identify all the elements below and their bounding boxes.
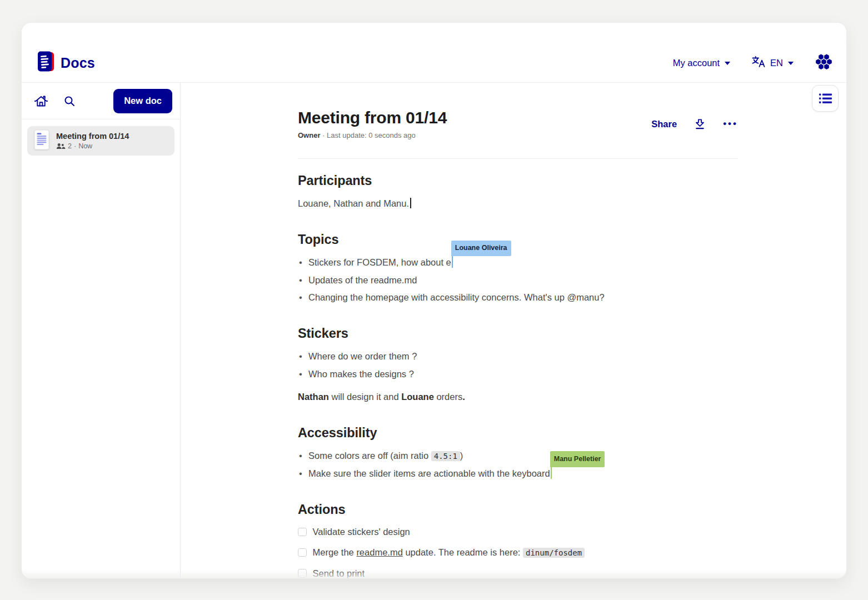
doc-last-update: Last update: 0 seconds ago — [327, 131, 416, 139]
todo-checkbox[interactable] — [298, 528, 307, 537]
list-item[interactable]: Changing the homepage with accessibility… — [308, 289, 738, 306]
language-selector[interactable]: EN — [751, 56, 794, 70]
search-button[interactable] — [63, 94, 76, 108]
doc-meta: Owner · Last update: 0 seconds ago — [298, 131, 447, 139]
doc-title[interactable]: Meeting from 01/14 — [298, 108, 447, 127]
language-label: EN — [770, 58, 783, 68]
sidebar: New doc — [22, 83, 181, 578]
account-menu[interactable]: My account — [673, 58, 730, 68]
document-icon — [34, 129, 49, 152]
chevron-down-icon — [788, 62, 794, 65]
todo-checkbox[interactable] — [298, 548, 307, 557]
sidebar-toolbar: New doc — [22, 83, 180, 119]
waffle-hexagon-icon — [815, 54, 833, 72]
collab-cursor-label: Manu Pelletier — [550, 451, 605, 467]
table-of-contents-button[interactable] — [812, 85, 839, 112]
account-menu-label: My account — [673, 58, 720, 68]
text-cursor — [410, 198, 411, 208]
topics-list: Stickers for FOSDEM, how about eLouane O… — [298, 254, 738, 306]
participants-text[interactable]: Louane, Nathan and Manu. — [298, 195, 738, 212]
list-item[interactable]: Some colors are off (aim ratio 4.5:1) — [308, 447, 738, 464]
section-heading-stickers[interactable]: Stickers — [298, 326, 738, 341]
download-button[interactable] — [694, 118, 706, 131]
chevron-down-icon — [725, 62, 730, 65]
main-panel: Meeting from 01/14 Owner · Last update: … — [181, 83, 846, 578]
translate-icon — [751, 56, 765, 70]
inline-code: dinum/fosdem — [523, 548, 585, 558]
stickers-note[interactable]: Nathan will design it and Louane orders. — [298, 388, 738, 406]
stickers-list: Where do we order them ? Who makes the d… — [298, 348, 738, 383]
doc-list-item-selected[interactable]: Meeting from 01/14 2 — [27, 126, 174, 156]
doc-header: Meeting from 01/14 Owner · Last update: … — [298, 108, 738, 139]
doc-actions: Share ••• — [651, 118, 738, 131]
section-heading-actions[interactable]: Actions — [298, 502, 738, 517]
more-options-button[interactable]: ••• — [723, 118, 738, 129]
docs-logo-icon — [36, 51, 55, 75]
document-editor[interactable]: Participants Louane, Nathan and Manu. To… — [298, 173, 738, 579]
collab-cursor-label: Louane Oliveira — [451, 241, 511, 257]
doc-item-updated: Now — [78, 142, 92, 150]
new-doc-button[interactable]: New doc — [113, 89, 172, 113]
section-heading-accessibility[interactable]: Accessibility — [298, 426, 738, 441]
app-header: Docs My account — [22, 23, 846, 83]
todo-item: Send to print — [298, 566, 738, 579]
list-item[interactable]: Make sure the slider items are actionabl… — [308, 465, 738, 482]
todo-label[interactable]: Send to print — [313, 566, 365, 579]
doc-divider — [298, 158, 738, 159]
todo-checkbox[interactable] — [298, 569, 307, 578]
doc-list: Meeting from 01/14 2 — [22, 119, 180, 162]
members-icon — [56, 143, 66, 149]
collab-cursor-manu: Manu Pelletier — [551, 467, 552, 479]
actions-todo-list: Validate stickers' design Merge the read… — [298, 524, 738, 579]
list-item[interactable]: Where do we order them ? — [308, 348, 738, 365]
doc-item-members-count: 2 — [68, 142, 72, 150]
section-heading-topics[interactable]: Topics — [298, 232, 738, 247]
home-button[interactable] — [34, 94, 48, 108]
doc-item-separator: · — [74, 142, 76, 150]
list-item[interactable]: Stickers for FOSDEM, how about eLouane O… — [308, 254, 738, 271]
todo-label[interactable]: Merge the readme.md update. The readme i… — [313, 545, 585, 559]
docs-logo[interactable]: Docs — [36, 51, 95, 75]
inline-code: 4.5:1 — [431, 451, 460, 461]
section-heading-participants[interactable]: Participants — [298, 173, 738, 188]
doc-role: Owner — [298, 131, 320, 139]
list-item[interactable]: Who makes the designs ? — [308, 366, 738, 383]
readme-link[interactable]: readme.md — [356, 547, 402, 557]
todo-item: Validate stickers' design — [298, 524, 738, 539]
collab-cursor-louane: Louane Oliveira — [452, 256, 453, 268]
doc-item-meta: 2 · Now — [56, 142, 129, 150]
accessibility-list: Some colors are off (aim ratio 4.5:1) Ma… — [298, 447, 738, 482]
todo-label[interactable]: Validate stickers' design — [313, 524, 410, 539]
app-title: Docs — [61, 55, 95, 71]
share-button[interactable]: Share — [651, 119, 677, 129]
la-suite-apps-menu[interactable] — [815, 54, 833, 72]
todo-item: Merge the readme.md update. The readme i… — [298, 545, 738, 559]
app-window: Docs My account — [21, 22, 847, 579]
doc-item-title: Meeting from 01/14 — [56, 132, 129, 141]
list-item[interactable]: Updates of the readme.md — [308, 272, 738, 289]
